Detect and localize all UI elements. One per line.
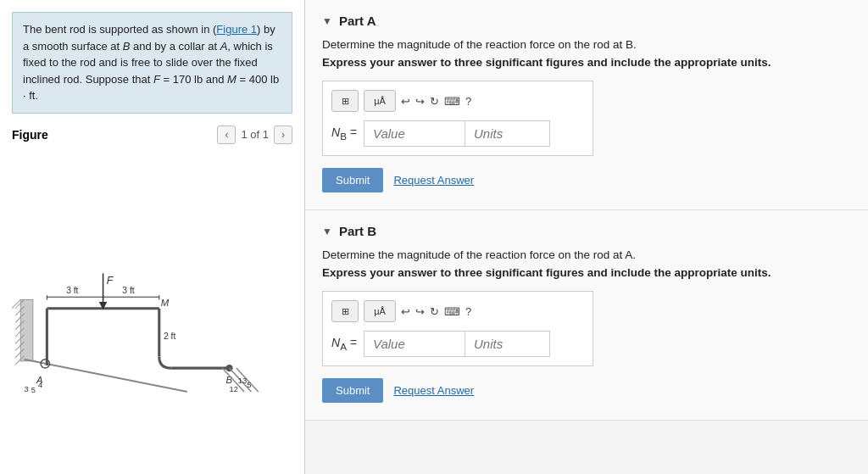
part-b-matrix-button[interactable]: ⊞ (331, 300, 359, 322)
figure-page-label: 1 of 1 (241, 128, 269, 141)
svg-text:3 ft: 3 ft (66, 286, 78, 295)
part-a-title: Part A (339, 14, 376, 28)
prev-figure-button[interactable]: ‹ (217, 125, 236, 144)
mu-label-b: μÅ (374, 306, 386, 316)
next-figure-button[interactable]: › (274, 125, 292, 144)
part-a-emphasis: Express your answer to three significant… (322, 56, 848, 69)
svg-text:3: 3 (24, 385, 28, 393)
part-b-answer-box: ⊞ μÅ ↩ ↪ ↻ ⌨ ? NA = (322, 291, 593, 366)
part-b-collapse-arrow[interactable]: ▼ (322, 226, 332, 237)
figure-area: Figure ‹ 1 of 1 › (0, 125, 304, 475)
part-a-input-row: NB = (331, 120, 584, 147)
svg-text:4: 4 (38, 380, 42, 388)
svg-text:F: F (107, 274, 114, 286)
part-a-submit-button[interactable]: Submit (322, 168, 383, 192)
figure-header: Figure ‹ 1 of 1 › (12, 125, 292, 144)
part-a-value-input[interactable] (364, 120, 465, 147)
svg-text:5: 5 (31, 386, 36, 394)
part-b-input-row: NA = (331, 331, 584, 357)
part-a-collapse-arrow[interactable]: ▼ (322, 15, 332, 27)
part-b-help-icon[interactable]: ? (465, 305, 471, 318)
part-a-matrix-button[interactable]: ⊞ (331, 90, 359, 112)
svg-text:12: 12 (230, 385, 238, 393)
part-b-value-input[interactable] (364, 331, 465, 357)
part-b-question: Determine the magnitude of the reaction … (322, 248, 848, 261)
part-b-undo-icon[interactable]: ↩ (401, 305, 410, 318)
part-a-request-button[interactable]: Request Answer (393, 174, 474, 187)
matrix-icon-b: ⊞ (342, 306, 349, 317)
part-b-action-row: Submit Request Answer (322, 378, 848, 403)
part-b-toolbar: ⊞ μÅ ↩ ↪ ↻ ⌨ ? (331, 300, 584, 322)
part-b-input-label: NA = (331, 336, 357, 352)
right-panel: ▼ Part A Determine the magnitude of the … (305, 0, 868, 474)
part-b-redo-icon[interactable]: ↪ (415, 305, 425, 318)
part-b-units-input[interactable] (465, 331, 550, 357)
svg-text:3 ft: 3 ft (122, 286, 134, 295)
part-a-undo-icon[interactable]: ↩ (401, 95, 410, 108)
problem-description: The bent rod is supported as shown in (F… (12, 12, 292, 114)
figure-svg: A B F (12, 151, 292, 466)
svg-text:2 ft: 2 ft (164, 331, 175, 340)
part-b-request-button[interactable]: Request Answer (393, 384, 474, 397)
part-b-mu-button[interactable]: μÅ (364, 300, 396, 322)
part-a-mu-button[interactable]: μÅ (364, 90, 396, 112)
part-b-refresh-icon[interactable]: ↻ (430, 305, 439, 318)
part-b-keyboard-icon[interactable]: ⌨ (444, 305, 460, 318)
part-b-section: ▼ Part B Determine the magnitude of the … (305, 210, 868, 421)
mu-label: μÅ (374, 96, 386, 106)
part-a-toolbar: ⊞ μÅ ↩ ↪ ↻ ⌨ ? (331, 90, 584, 112)
figure-title: Figure (12, 128, 48, 142)
part-a-units-input[interactable] (465, 120, 550, 147)
part-b-title: Part B (339, 224, 376, 238)
matrix-icon: ⊞ (342, 96, 349, 107)
part-b-header: ▼ Part B (322, 224, 848, 238)
part-a-section: ▼ Part A Determine the magnitude of the … (305, 0, 868, 210)
part-a-answer-box: ⊞ μÅ ↩ ↪ ↻ ⌨ ? NB = (322, 81, 593, 156)
part-a-keyboard-icon[interactable]: ⌨ (444, 95, 460, 108)
part-b-submit-button[interactable]: Submit (322, 378, 383, 403)
part-b-emphasis: Express your answer to three significant… (322, 266, 848, 279)
svg-text:5: 5 (247, 380, 251, 388)
figure-nav: ‹ 1 of 1 › (217, 125, 292, 144)
part-a-input-label: NB = (331, 125, 357, 142)
part-a-refresh-icon[interactable]: ↻ (430, 95, 439, 108)
part-a-help-icon[interactable]: ? (465, 95, 471, 108)
left-panel: The bent rod is supported as shown in (F… (0, 0, 305, 474)
part-a-redo-icon[interactable]: ↪ (415, 95, 425, 108)
svg-text:13: 13 (238, 376, 247, 384)
figure-link[interactable]: Figure 1 (216, 23, 257, 36)
figure-image: A B F (12, 151, 292, 466)
part-a-action-row: Submit Request Answer (322, 168, 848, 192)
part-a-question: Determine the magnitude of the reaction … (322, 38, 848, 51)
part-a-header: ▼ Part A (322, 14, 848, 28)
svg-text:M: M (161, 297, 170, 307)
